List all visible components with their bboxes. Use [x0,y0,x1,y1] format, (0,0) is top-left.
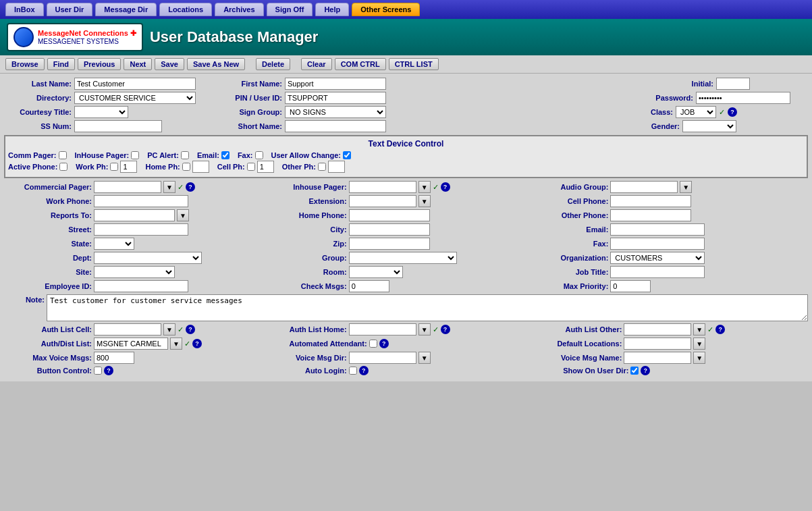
auth-list-other-help-icon[interactable]: ? [715,325,725,334]
employee-id-input[interactable] [94,280,188,292]
automated-attendant-check[interactable] [369,340,377,348]
commercial-pager-help-icon[interactable]: ? [186,182,195,192]
inhouse-pager-check-icon[interactable]: ✓ [433,183,439,192]
fax-input[interactable] [610,238,705,250]
auth-list-other-dropdown[interactable]: ▼ [693,323,705,335]
note-textarea[interactable]: Test customer for customer service messa… [47,294,808,321]
extension-input[interactable] [349,195,416,207]
user-allow-change-check[interactable] [343,151,351,159]
auth-list-home-dropdown[interactable]: ▼ [418,323,431,335]
email-check[interactable] [221,151,229,159]
comm-pager-check[interactable] [59,151,67,159]
find-button[interactable]: Find [47,58,75,70]
commercial-pager-dropdown[interactable]: ▼ [163,181,175,193]
max-priority-input[interactable]: 0 [610,280,651,292]
group-select[interactable] [349,252,457,264]
home-ph-input[interactable] [192,161,209,173]
auth-dist-list-help-icon[interactable]: ? [192,339,202,348]
email-input[interactable] [610,223,705,236]
zip-input[interactable] [349,238,430,250]
directory-select[interactable]: CUSTOMER SERVICE [74,92,196,104]
inhouse-pager-input[interactable] [349,181,416,193]
inhouse-pager-help-icon[interactable]: ? [441,182,450,192]
auth-list-cell-input[interactable] [94,323,161,335]
work-phone-input[interactable] [94,195,188,207]
show-on-user-dir-help-icon[interactable]: ? [641,366,650,375]
auth-list-other-check-icon[interactable]: ✓ [707,325,713,334]
work-ph-check[interactable] [110,163,118,171]
default-locations-input[interactable] [624,338,691,350]
default-locations-dropdown[interactable]: ▼ [693,338,705,350]
auth-list-home-check-icon[interactable]: ✓ [433,325,439,334]
reports-to-input[interactable] [94,209,175,221]
save-button[interactable]: Save [155,58,184,70]
ss-num-input[interactable] [74,120,162,132]
room-select[interactable] [349,266,403,278]
gender-select[interactable] [682,120,736,132]
max-voice-msgs-input[interactable]: 800 [94,352,134,364]
delete-button[interactable]: Delete [256,58,290,70]
voice-msg-dir-input[interactable] [349,352,416,364]
home-phone-input[interactable] [349,209,430,221]
audio-group-input[interactable] [610,181,678,193]
inhouse-pager-check[interactable] [131,151,139,159]
pin-input[interactable] [285,92,386,104]
ctrl-list-button[interactable]: CTRL LIST [389,58,439,70]
short-name-input[interactable] [285,120,386,132]
pc-alert-check[interactable] [181,151,189,159]
voice-msg-name-dropdown[interactable]: ▼ [693,352,705,364]
first-name-input[interactable] [285,78,386,90]
auth-list-cell-help-icon[interactable]: ? [186,325,195,334]
audio-group-dropdown[interactable]: ▼ [680,181,692,193]
cell-ph-num-input[interactable] [257,161,274,173]
state-select[interactable] [94,238,134,250]
nav-tab-otherscreens[interactable]: Other Screens [352,3,420,16]
auth-list-cell-check-icon[interactable]: ✓ [178,325,184,334]
nav-tab-archives[interactable]: Archives [215,3,263,16]
auth-list-home-input[interactable] [349,323,416,335]
auto-login-check[interactable] [349,367,357,375]
auth-list-cell-dropdown[interactable]: ▼ [163,323,175,335]
previous-button[interactable]: Previous [78,58,121,70]
last-name-input[interactable] [74,78,196,90]
nav-tab-inbox[interactable]: InBox [5,3,44,16]
other-ph-input[interactable] [328,161,345,173]
street-input[interactable] [94,223,188,236]
dept-select[interactable] [94,252,202,264]
password-input[interactable] [696,92,790,104]
nav-tab-userdir[interactable]: User Dir [47,3,93,16]
home-ph-check[interactable] [182,163,190,171]
button-control-check[interactable] [94,367,102,375]
commercial-pager-check-icon[interactable]: ✓ [178,183,184,192]
auth-dist-list-dropdown[interactable]: ▼ [170,338,182,350]
initial-input[interactable] [716,78,750,90]
fax-check[interactable] [255,151,263,159]
courtesy-title-select[interactable] [74,106,128,118]
nav-tab-messagedir[interactable]: Message Dir [95,3,157,16]
class-check-icon[interactable]: ✓ [719,108,725,117]
active-phone-check[interactable] [59,163,67,171]
city-input[interactable] [349,223,430,236]
class-select[interactable]: JOB [676,106,716,118]
auth-list-other-input[interactable] [624,323,691,335]
auth-dist-list-input[interactable] [94,338,168,350]
voice-msg-dir-dropdown[interactable]: ▼ [418,352,431,364]
auto-login-help-icon[interactable]: ? [359,366,369,375]
voice-msg-name-input[interactable] [624,352,691,364]
sign-group-select[interactable]: NO SIGNS [285,106,386,118]
extension-dropdown[interactable]: ▼ [418,195,431,207]
organization-select[interactable]: CUSTOMERS [610,252,705,264]
button-control-help-icon[interactable]: ? [104,366,113,375]
check-msgs-input[interactable]: 0 [349,280,389,292]
automated-attendant-help-icon[interactable]: ? [379,339,389,348]
job-title-input[interactable] [610,266,705,278]
auth-list-home-help-icon[interactable]: ? [441,325,450,334]
cell-ph-check[interactable] [247,163,255,171]
clear-button[interactable]: Clear [301,58,332,70]
other-ph-check[interactable] [318,163,326,171]
nav-tab-locations[interactable]: Locations [159,3,212,16]
next-button[interactable]: Next [124,58,152,70]
class-help-icon[interactable]: ? [728,107,737,117]
browse-button[interactable]: Browse [5,58,45,70]
save-as-new-button[interactable]: Save As New [187,58,245,70]
